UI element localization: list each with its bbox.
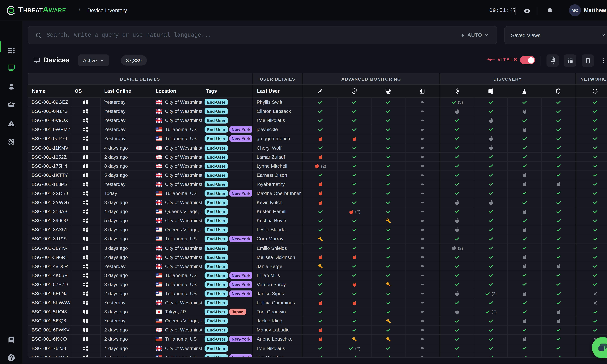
table-row[interactable]: BSG-001-0N17SYesterdayCity of Westminste… — [28, 107, 607, 116]
breadcrumb[interactable]: Device Inventory — [87, 8, 127, 13]
cell-status — [439, 171, 474, 180]
cell-status — [575, 280, 607, 289]
windows-os-icon — [83, 273, 89, 278]
top-bar: ThreatAware / Device Inventory 09:51:47 … — [0, 0, 607, 21]
sidebar-item-apps-grid-icon[interactable] — [7, 46, 15, 55]
column-header-striped-pyramid-icon[interactable] — [507, 85, 541, 97]
cell-location: City of Westminster — [152, 198, 202, 207]
sidebar-item-docs-book-icon[interactable] — [7, 336, 15, 344]
table-row[interactable]: BSG-001-0V9UXYesterdayCity of Westminste… — [28, 116, 607, 125]
notifications-bell-button[interactable] — [545, 6, 554, 15]
sidebar-item-devices-monitor-icon[interactable] — [7, 63, 15, 72]
sidebar-item-users-person-icon[interactable] — [7, 82, 15, 91]
cell-status — [337, 171, 371, 180]
column-header-hex-c-icon[interactable] — [541, 85, 575, 97]
status-check-icon — [352, 273, 357, 278]
sidebar-item-alerts-warning-triangle-icon[interactable] — [7, 119, 15, 128]
cell-location: City of Westminster — [152, 216, 202, 225]
status-flame-gray-icon — [451, 246, 456, 250]
table-row[interactable]: BSG-001-1L8P5YesterdayCity of Westminste… — [28, 180, 607, 189]
column-header-last-online[interactable]: Last Online — [100, 85, 152, 97]
cell-status — [405, 326, 439, 335]
table-row[interactable]: BSG-001-762J34 days agoCity of Westminst… — [28, 344, 607, 353]
table-row[interactable]: BSG-001-2YWG73 days agoCity of Westminst… — [28, 198, 607, 207]
table-row[interactable]: BSG-001-7L4DU4 days agoTullahoma, USEnd-… — [28, 353, 607, 358]
column-header-device-sync-icon[interactable] — [371, 85, 405, 97]
sidebar-item-integrations-atom-icon[interactable] — [7, 137, 15, 146]
query-mode-button[interactable]: AUTO — [460, 32, 489, 38]
status-check-icon — [593, 227, 598, 232]
column-header-window-panes-icon[interactable] — [474, 85, 507, 97]
column-header-half-square-icon[interactable] — [405, 85, 439, 97]
column-header-diamond-eye-icon[interactable] — [439, 85, 474, 97]
search-input[interactable] — [47, 32, 460, 38]
status-check-icon — [318, 109, 323, 114]
avatar[interactable]: MO — [569, 4, 581, 16]
column-header-name[interactable]: Name — [28, 85, 71, 97]
table-row[interactable]: BSG-001-5FWAWYesterdayCity of Westminste… — [28, 298, 607, 307]
table-row[interactable]: BSG-001-3J19S3 days agoTullahoma, USEnd-… — [28, 234, 607, 244]
status-check-icon — [556, 218, 561, 223]
table-row[interactable]: BSG-001-6I9CO2 days agoTullahoma, USEnd-… — [28, 335, 607, 344]
cell-device-name: BSG-001-09GEZ — [28, 98, 71, 107]
cell-location: City of Westminster — [152, 253, 202, 262]
table-row[interactable]: BSG-001-396OG5 days agoCity of Westminst… — [28, 216, 607, 225]
table-row[interactable]: BSG-001-318AB4 days agoQueens Village, U… — [28, 207, 607, 216]
table-row[interactable]: BSG-001-1KTTY5 days agoCity of Westminst… — [28, 171, 607, 180]
table-row[interactable]: BSG-001-3AX513 days agoQueens Village, U… — [28, 225, 607, 234]
status-filter-button[interactable]: Active — [78, 54, 109, 66]
table-row[interactable]: BSG-001-0WHM7YesterdayTullahoma, USEnd-U… — [28, 125, 607, 134]
row-density-button[interactable] — [564, 54, 576, 67]
cell-status — [337, 262, 371, 271]
table-row[interactable]: BSG-001-5HOI33 days agoTokyo, JPEnd-User… — [28, 307, 607, 317]
table-row[interactable]: BSG-001-4K05H3 days agoTullahoma, USEnd-… — [28, 271, 607, 280]
watch-eye-button[interactable] — [522, 6, 531, 15]
status-check-icon — [352, 127, 357, 132]
cell-status — [541, 171, 575, 180]
table-row[interactable]: BSG-001-1352Z2 days agoCity of Westminst… — [28, 153, 607, 162]
cell-status — [575, 298, 607, 307]
column-header-shield-bolt-icon[interactable] — [337, 85, 371, 97]
side-panel-button[interactable] — [582, 54, 594, 67]
column-header-falcon-icon[interactable] — [302, 85, 337, 97]
vitals-toggle[interactable] — [520, 56, 535, 64]
table-row[interactable]: BSG-001-2XDBJTodayTullahoma, USEnd-UserN… — [28, 189, 607, 198]
tag-pill: End-User — [205, 136, 228, 142]
column-header-tags[interactable]: Tags — [202, 85, 252, 97]
table-row[interactable]: BSG-001-3LYYA3 days agoCity of Westminst… — [28, 244, 607, 253]
more-options-kebab-icon[interactable] — [600, 58, 607, 64]
cell-status — [541, 317, 575, 325]
brand-wordmark[interactable]: ThreatAware — [18, 5, 66, 14]
column-header-location[interactable]: Location — [152, 85, 202, 97]
status-check-icon — [593, 255, 598, 260]
status-check-icon — [386, 163, 391, 169]
cell-os — [71, 244, 100, 252]
flag-us-icon — [156, 127, 162, 132]
table-row[interactable]: BSG-001-175H48 days agoCity of Westminst… — [28, 162, 607, 171]
table-row[interactable]: BSG-001-57BZD3 days agoTullahoma, USEnd-… — [28, 280, 607, 289]
table-row[interactable]: BSG-001-09GEZYesterdayCity of Westminste… — [28, 98, 607, 107]
table-row[interactable]: BSG-001-11KMV4 days agoCity of Westminst… — [28, 143, 607, 153]
table-row[interactable]: BSG-001-6FWKV2 days agoCity of Westminst… — [28, 326, 607, 335]
status-check-icon — [556, 291, 561, 296]
cell-os — [71, 216, 100, 225]
cell-status — [337, 216, 371, 225]
windows-os-icon — [83, 300, 89, 306]
windows-os-icon — [83, 136, 89, 142]
status-check-icon — [556, 337, 561, 342]
sidebar-item-inventory-open-box-icon[interactable] — [7, 100, 15, 109]
table-row[interactable]: BSG-001-3N6RL2 days agoCity of Westminst… — [28, 253, 607, 262]
user-name[interactable]: Matthew — [584, 7, 606, 13]
column-header-os[interactable]: OS — [71, 85, 100, 97]
column-header-overlapping-hexagons-icon[interactable] — [575, 85, 607, 97]
table-row[interactable]: BSG-001-0ZP74YesterdayTullahoma, USEnd-U… — [28, 134, 607, 143]
table-row[interactable]: BSG-001-5ELNJ2 days agoTullahoma, USEnd-… — [28, 289, 607, 298]
saved-views-dropdown[interactable]: Saved Views — [504, 26, 607, 44]
table-row[interactable]: BSG-001-48D0RYesterdayCity of Westminste… — [28, 262, 607, 271]
table-row[interactable]: BSG-001-5I9Q8YesterdayQueens Village, US… — [28, 317, 607, 326]
cell-status — [541, 225, 575, 234]
cell-status — [302, 317, 337, 325]
export-button[interactable] — [547, 54, 559, 67]
sidebar-item-help-question-icon[interactable] — [7, 353, 15, 362]
column-header-last-user[interactable]: Last User — [252, 85, 302, 97]
